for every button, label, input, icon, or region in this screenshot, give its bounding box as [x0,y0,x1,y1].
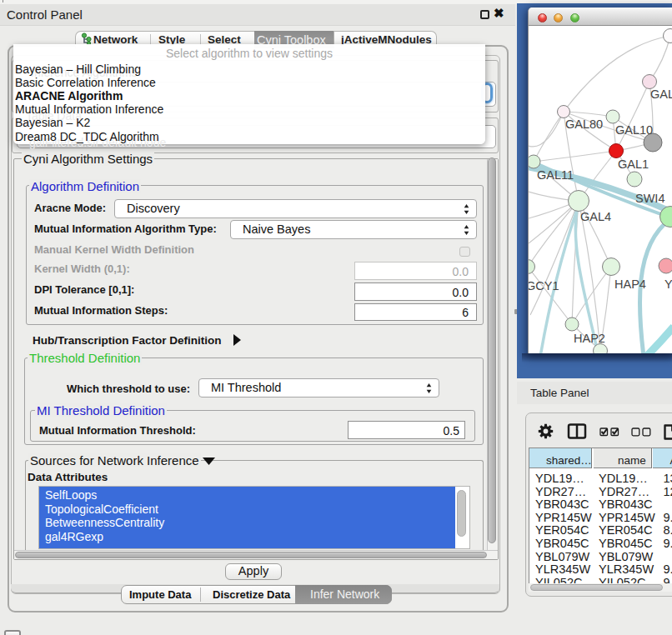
svg-text:GAL10: GAL10 [615,123,653,137]
svg-text:GAL4: GAL4 [580,210,611,223]
svg-text:HAP4: HAP4 [614,278,646,291]
svg-text:GAL7: GAL7 [650,88,672,101]
svg-text:GAL11: GAL11 [537,168,574,182]
svg-text:GCY1: GCY1 [529,279,559,292]
svg-text:Y: Y [664,278,672,291]
svg-text:GAL1: GAL1 [618,158,649,171]
svg-text:SWI4: SWI4 [635,192,664,205]
svg-text:GAL80: GAL80 [565,118,603,131]
svg-text:HAP2: HAP2 [574,332,605,345]
